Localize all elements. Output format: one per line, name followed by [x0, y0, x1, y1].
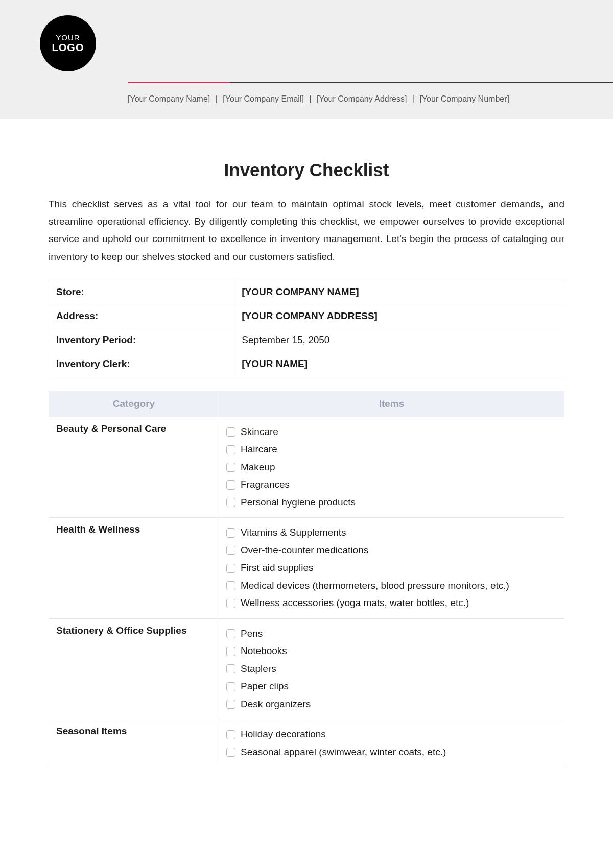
meta-sep: |	[216, 94, 218, 104]
checkbox-icon[interactable]	[226, 748, 235, 757]
info-value-clerk: [YOUR NAME]	[234, 352, 564, 376]
info-row-clerk: Inventory Clerk: [YOUR NAME]	[49, 352, 564, 376]
table-row: Health & WellnessVitamins & SupplementsO…	[49, 518, 564, 619]
list-item: Personal hygiene products	[226, 494, 557, 512]
item-text: Staplers	[241, 662, 276, 677]
item-text: Medical devices (thermometers, blood pre…	[241, 578, 509, 593]
logo-line2: LOGO	[52, 42, 84, 53]
category-cell: Stationery & Office Supplies	[49, 618, 219, 719]
info-label-address: Address:	[49, 304, 234, 328]
item-text: Over-the-counter medications	[241, 543, 368, 558]
info-label-store: Store:	[49, 280, 234, 304]
list-item: First aid supplies	[226, 559, 557, 577]
th-category: Category	[49, 391, 219, 417]
item-text: Desk organizers	[241, 697, 311, 712]
item-text: Skincare	[241, 425, 278, 440]
checkbox-icon[interactable]	[226, 629, 235, 638]
table-row: Beauty & Personal CareSkincareHaircareMa…	[49, 417, 564, 518]
items-cell: Holiday decorationsSeasonal apparel (swi…	[219, 719, 564, 767]
item-text: Fragrances	[241, 477, 290, 492]
list-item: Seasonal apparel (swimwear, winter coats…	[226, 743, 557, 761]
checkbox-icon[interactable]	[226, 564, 235, 573]
header-band: YOUR LOGO [Your Company Name] | [Your Co…	[0, 0, 613, 119]
item-text: Holiday decorations	[241, 727, 326, 742]
table-row: Stationery & Office SuppliesPensNotebook…	[49, 618, 564, 719]
checkbox-icon[interactable]	[226, 445, 235, 454]
item-text: Haircare	[241, 442, 277, 457]
info-row-period: Inventory Period: September 15, 2050	[49, 328, 564, 352]
list-item: Vitamins & Supplements	[226, 524, 557, 542]
th-items: Items	[219, 391, 564, 417]
checkbox-icon[interactable]	[226, 599, 235, 608]
list-item: Fragrances	[226, 476, 557, 494]
meta-company-number: [Your Company Number]	[419, 94, 509, 103]
list-item: Skincare	[226, 423, 557, 441]
list-item: Medical devices (thermometers, blood pre…	[226, 577, 557, 595]
list-item: Staplers	[226, 660, 557, 678]
company-meta: [Your Company Name] | [Your Company Emai…	[128, 94, 613, 104]
meta-company-name: [Your Company Name]	[128, 94, 210, 103]
list-item: Pens	[226, 625, 557, 643]
info-value-period: September 15, 2050	[234, 328, 564, 352]
accent-divider	[128, 82, 613, 83]
checkbox-icon[interactable]	[226, 463, 235, 472]
info-value-address: [YOUR COMPANY ADDRESS]	[234, 304, 564, 328]
content: Inventory Checklist This checklist serve…	[0, 119, 613, 767]
item-text: Personal hygiene products	[241, 495, 356, 510]
checklist-table: Category Items Beauty & Personal CareSki…	[49, 391, 564, 768]
items-cell: SkincareHaircareMakeupFragrancesPersonal…	[219, 417, 564, 518]
checkbox-icon[interactable]	[226, 682, 235, 691]
category-cell: Seasonal Items	[49, 719, 219, 767]
info-table: Store: [YOUR COMPANY NAME] Address: [YOU…	[49, 280, 564, 376]
meta-company-address: [Your Company Address]	[317, 94, 407, 103]
list-item: Wellness accessories (yoga mats, water b…	[226, 594, 557, 612]
category-cell: Beauty & Personal Care	[49, 417, 219, 518]
list-item: Over-the-counter medications	[226, 542, 557, 560]
list-item: Haircare	[226, 441, 557, 459]
list-item: Makeup	[226, 459, 557, 476]
item-text: Paper clips	[241, 679, 289, 694]
meta-company-email: [Your Company Email]	[223, 94, 304, 103]
list-item: Notebooks	[226, 642, 557, 660]
intro-paragraph: This checklist serves as a vital tool fo…	[49, 196, 564, 266]
page-title: Inventory Checklist	[49, 160, 564, 180]
checkbox-icon[interactable]	[226, 480, 235, 490]
list-item: Holiday decorations	[226, 726, 557, 743]
item-text: First aid supplies	[241, 561, 314, 575]
checkbox-icon[interactable]	[226, 546, 235, 555]
info-row-address: Address: [YOUR COMPANY ADDRESS]	[49, 304, 564, 328]
checkbox-icon[interactable]	[226, 700, 235, 709]
item-text: Wellness accessories (yoga mats, water b…	[241, 596, 469, 611]
info-label-period: Inventory Period:	[49, 328, 234, 352]
info-value-store: [YOUR COMPANY NAME]	[234, 280, 564, 304]
item-text: Notebooks	[241, 644, 287, 659]
logo-circle: YOUR LOGO	[40, 15, 96, 71]
items-cell: PensNotebooksStaplersPaper clipsDesk org…	[219, 618, 564, 719]
checkbox-icon[interactable]	[226, 647, 235, 656]
item-text: Makeup	[241, 460, 275, 475]
checkbox-icon[interactable]	[226, 664, 235, 673]
item-text: Seasonal apparel (swimwear, winter coats…	[241, 745, 446, 760]
info-row-store: Store: [YOUR COMPANY NAME]	[49, 280, 564, 304]
list-item: Paper clips	[226, 678, 557, 695]
table-row: Seasonal ItemsHoliday decorationsSeasona…	[49, 719, 564, 767]
logo-line1: YOUR	[56, 34, 80, 42]
info-label-clerk: Inventory Clerk:	[49, 352, 234, 376]
checkbox-icon[interactable]	[226, 730, 235, 739]
category-cell: Health & Wellness	[49, 518, 219, 619]
item-text: Pens	[241, 626, 263, 641]
accent-divider-pink	[128, 82, 230, 83]
meta-sep: |	[309, 94, 311, 104]
item-text: Vitamins & Supplements	[241, 525, 346, 540]
items-cell: Vitamins & SupplementsOver-the-counter m…	[219, 518, 564, 619]
checkbox-icon[interactable]	[226, 498, 235, 507]
checkbox-icon[interactable]	[226, 581, 235, 590]
list-item: Desk organizers	[226, 695, 557, 713]
meta-sep: |	[412, 94, 414, 104]
checkbox-icon[interactable]	[226, 427, 235, 437]
checkbox-icon[interactable]	[226, 528, 235, 538]
